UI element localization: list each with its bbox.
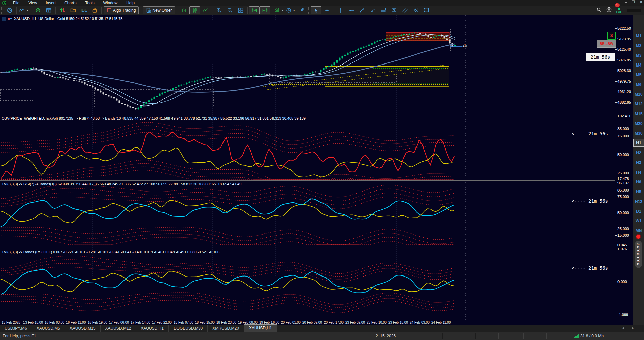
timeframe-button-h2[interactable]: H2 — [633, 149, 644, 157]
timeframe-button-m4[interactable]: M4 — [633, 61, 644, 69]
chart-tab-xauusd-h1[interactable]: XAUUSD,H1 — [244, 324, 277, 332]
chart-tab-dogeusd-m30[interactable]: DOGEUSD,M30 — [169, 325, 208, 332]
crosshair-icon[interactable] — [321, 6, 332, 14]
line-chart-icon[interactable] — [200, 6, 211, 14]
menu-item-file[interactable]: File — [9, 1, 24, 5]
menu-item-charts[interactable]: Charts — [60, 1, 81, 5]
depth-of-market-icon[interactable] — [2, 17, 6, 21]
periods-icon[interactable]: ▼ — [285, 6, 296, 14]
tile-windows-icon[interactable] — [235, 6, 246, 14]
horizontal-line-icon[interactable] — [346, 6, 357, 14]
sell-button[interactable]: S — [607, 32, 616, 40]
algo-trading-button[interactable]: Algo Trading — [104, 6, 139, 14]
chart-tab-xauusd-m5[interactable]: XAUUSD,M5 — [32, 325, 65, 332]
price-scale[interactable]: 5222.505173.955125.405076.855028.304979.… — [615, 15, 634, 320]
vertical-line-icon[interactable] — [335, 6, 346, 14]
tab-scroll-arrows: ◄ ► — [621, 326, 635, 330]
level-up-icon[interactable]: LVL — [616, 7, 622, 14]
chevron-down-icon[interactable]: ▼ — [26, 9, 29, 12]
menu-item-window[interactable]: Window — [99, 1, 122, 5]
shapes-icon[interactable] — [421, 6, 432, 14]
timeframe-button-m6[interactable]: M6 — [633, 81, 644, 88]
trend-angle-icon[interactable] — [367, 6, 378, 14]
shift-end-icon[interactable] — [249, 6, 260, 14]
auto-scroll-icon[interactable] — [260, 6, 270, 14]
date-tick-label: 13 Feb 2026 — [2, 321, 20, 324]
timeframe-button-m15[interactable]: M15 — [633, 110, 644, 118]
menu-item-insert[interactable]: Insert — [41, 1, 60, 5]
timeframe-button-m5[interactable]: M5 — [633, 71, 644, 79]
cursor-icon — [313, 8, 319, 13]
timeframe-button-h12[interactable]: H12 — [633, 198, 644, 205]
timeframe-button-h3[interactable]: H3 — [633, 159, 644, 166]
publish-icon[interactable] — [57, 6, 68, 14]
minimize-button[interactable]: – — [625, 0, 627, 4]
close-button[interactable]: ✕ — [640, 0, 643, 4]
candlestick-icon[interactable] — [189, 6, 200, 14]
timeframe-button-h1[interactable]: H1 — [633, 139, 644, 147]
timeframe-button-h6[interactable]: H6 — [633, 178, 644, 186]
one-click-trading-icon[interactable] — [8, 17, 12, 21]
fibonacci-icon[interactable] — [389, 6, 400, 14]
menu-item-view[interactable]: View — [24, 1, 41, 5]
chart-tab-xmrusd-m20[interactable]: XMRUSD,M20 — [208, 325, 244, 332]
timeframe-button-h8[interactable]: H8 — [633, 188, 644, 196]
cycle-lines-icon[interactable] — [410, 6, 421, 14]
timeframe-button-d1[interactable]: D1 — [633, 207, 644, 215]
settings-icon[interactable] — [4, 6, 15, 14]
line-chart-icon — [203, 8, 208, 13]
channel-icon — [402, 8, 408, 13]
add-object-icon[interactable] — [296, 6, 307, 14]
chevron-down-icon[interactable]: ▼ — [293, 9, 295, 12]
timeframe-panel: M1M2M3M4M5M6M10M12M15M20M30H1H2H3H4H6H8H… — [633, 15, 644, 325]
new-order-button[interactable]: New Order — [143, 6, 175, 14]
screen-recorder-widget[interactable]: screenrec — [634, 234, 643, 268]
chart-profiles-icon — [19, 8, 24, 13]
chart-tab-usdjpy-m6[interactable]: USDJPY,M6 — [0, 325, 32, 332]
equidistant-icon[interactable] — [378, 6, 389, 14]
toolbox-icon[interactable] — [43, 6, 54, 14]
data-folder-icon[interactable] — [68, 6, 79, 14]
chart-tab-xauusd-h1[interactable]: XAUUSD,H1 — [136, 325, 169, 332]
experts-icon[interactable] — [33, 6, 43, 14]
chart-tab-xauusd-m15[interactable]: XAUUSD,M15 — [65, 325, 101, 332]
ide-button[interactable]: IDE — [79, 6, 89, 14]
channel-icon[interactable] — [400, 6, 410, 14]
date-axis[interactable]: 13 Feb 202613 Feb 18:0016 Feb 03:0016 Fe… — [0, 320, 633, 325]
menu-item-tools[interactable]: Tools — [81, 1, 99, 5]
date-tick-label: 16 Feb 19:00 — [88, 321, 107, 324]
cursor-icon[interactable] — [311, 6, 321, 14]
date-tick-label: 20 Feb 17:00 — [324, 321, 344, 324]
auto-scroll-icon — [262, 8, 268, 13]
chart-profiles-icon[interactable]: ▼ — [18, 6, 30, 14]
timeframe-button-m1[interactable]: M1 — [633, 32, 644, 40]
chevron-down-icon[interactable]: ▼ — [281, 9, 284, 12]
bar-chart-icon[interactable] — [179, 6, 189, 14]
profile-icon[interactable]: 1 — [606, 7, 612, 14]
indicators-icon[interactable]: ▼ — [274, 6, 285, 14]
toolbar-drag-handle[interactable] — [1, 7, 3, 14]
experts-icon — [35, 8, 41, 13]
menu-item-help[interactable]: Help — [122, 1, 139, 5]
timeframe-button-m12[interactable]: M12 — [633, 100, 644, 108]
timeframe-button-m2[interactable]: M2 — [633, 42, 644, 49]
timeframe-button-m3[interactable]: M3 — [633, 51, 644, 59]
tab-scroll-left-icon[interactable]: ◄ — [621, 326, 624, 330]
timeframe-button-w1[interactable]: W1 — [633, 217, 644, 225]
timeframe-button-mn[interactable]: MN — [633, 227, 644, 235]
timeframe-button-m30[interactable]: M30 — [633, 129, 644, 137]
search-icon[interactable] — [597, 7, 602, 14]
restore-button[interactable]: ❐ — [632, 0, 635, 4]
zoom-in-icon[interactable] — [214, 6, 225, 14]
main-chart-canvas[interactable] — [0, 15, 633, 320]
zoom-out-icon[interactable] — [225, 6, 235, 14]
trendline-icon[interactable] — [357, 6, 367, 14]
tab-scroll-right-icon[interactable]: ► — [632, 326, 635, 330]
chart-tab-xauusd-m12[interactable]: XAUUSD,M12 — [101, 325, 136, 332]
toolbar: ▼IDEAlgo TradingNew Order▼▼ — [0, 6, 644, 15]
date-tick-label: 18 Feb 23:00 — [216, 321, 236, 324]
market-icon[interactable] — [89, 6, 100, 14]
timeframe-button-m10[interactable]: M10 — [633, 90, 644, 98]
timeframe-button-m20[interactable]: M20 — [633, 120, 644, 127]
timeframe-button-h4[interactable]: H4 — [633, 168, 644, 176]
